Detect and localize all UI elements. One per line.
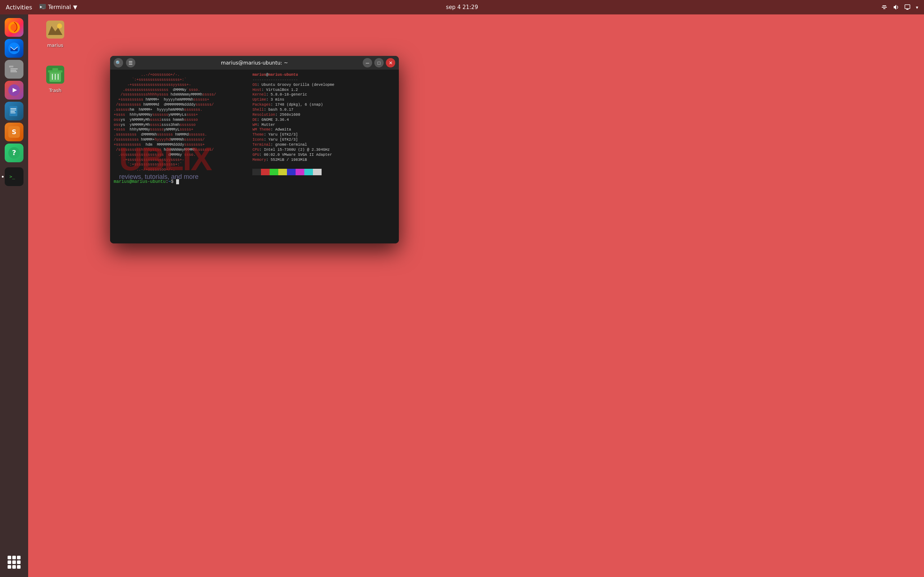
titlebar-right: ─ □ ✕ [363, 58, 395, 68]
svg-rect-11 [9, 66, 13, 68]
titlebar-left: 🔍 ☰ [114, 58, 135, 68]
svg-rect-13 [10, 70, 16, 71]
color-green [270, 169, 278, 175]
running-indicator [2, 176, 3, 178]
svg-text:>_: >_ [10, 174, 15, 179]
color-magenta [296, 169, 304, 175]
terminal-body[interactable]: ..-/+oossssoo+/-. `:+ssssssssssssssssss+… [110, 69, 399, 243]
svg-text:S: S [12, 128, 16, 135]
terminal-content: ..-/+oossssoo+/-. `:+ssssssssssssssssss+… [114, 73, 395, 240]
desktop-icon-marius[interactable]: marius [39, 18, 71, 48]
svg-rect-18 [10, 108, 16, 109]
terminal-maximize-button[interactable]: □ [374, 58, 384, 68]
terminal-label: Terminal [48, 4, 71, 10]
terminal-indicator[interactable]: ▶_ Terminal ▼ [39, 4, 77, 10]
svg-rect-19 [10, 110, 16, 110]
svg-point-9 [8, 43, 20, 54]
svg-rect-32 [48, 70, 63, 73]
dock-item-writer[interactable] [5, 102, 23, 121]
svg-rect-21 [10, 113, 16, 113]
svg-rect-12 [10, 69, 18, 69]
system-menu-chevron[interactable]: ▾ [916, 5, 918, 10]
svg-point-29 [57, 23, 62, 29]
volume-icon[interactable] [893, 4, 899, 10]
svg-text:?: ? [12, 148, 16, 157]
svg-rect-2 [882, 7, 887, 8]
activities-button[interactable]: Activities [6, 4, 32, 11]
color-blue [287, 169, 296, 175]
terminal-prompt-line: marius@marius-ubuntu:~$ [114, 179, 395, 185]
terminal-titlebar: 🔍 ☰ marius@marius-ubuntu: ~ ─ □ ✕ [110, 56, 399, 69]
terminal-title: marius@marius-ubuntu: ~ [221, 60, 288, 66]
color-red [261, 169, 270, 175]
dock-item-thunderbird[interactable] [5, 39, 23, 58]
color-yellow [278, 169, 287, 175]
svg-text:▶_: ▶_ [40, 5, 45, 9]
trash-icon [44, 63, 67, 86]
terminal-menu-button[interactable]: ☰ [126, 58, 135, 68]
help-icon: ? [5, 143, 23, 162]
color-black [252, 169, 261, 175]
dock-item-help[interactable]: ? [5, 143, 23, 162]
terminal-window: 🔍 ☰ marius@marius-ubuntu: ~ ─ □ ✕ ..-/+o… [110, 56, 399, 243]
files-icon [5, 60, 23, 79]
terminal-close-button[interactable]: ✕ [386, 58, 395, 68]
dock: S ? >_ [0, 15, 28, 577]
desktop-icon-trash[interactable]: Trash [39, 63, 71, 93]
svg-rect-4 [883, 8, 885, 9]
marius-icon [44, 18, 67, 41]
terminal-dropdown-icon: ▼ [73, 4, 77, 10]
writer-icon [5, 102, 23, 121]
prompt-user: marius@marius-ubuntu [114, 179, 166, 184]
svg-rect-3 [882, 5, 886, 6]
thunderbird-icon [5, 39, 23, 58]
terminal-dock-icon: >_ [5, 167, 23, 186]
network-icon[interactable] [881, 4, 888, 10]
neofetch-art: ..-/+oossssoo+/-. `:+ssssssssssssssssss+… [114, 73, 249, 175]
color-cyan [304, 169, 313, 175]
svg-rect-5 [905, 5, 910, 9]
trash-label: Trash [49, 88, 61, 93]
svg-rect-28 [46, 21, 64, 39]
topbar-system-tray: ▾ [881, 4, 918, 10]
dock-item-firefox[interactable] [5, 18, 23, 37]
dock-item-snap[interactable]: S [5, 122, 23, 141]
dock-show-apps[interactable] [5, 553, 23, 572]
color-palette [252, 169, 395, 175]
terminal-icon: ▶_ [39, 4, 46, 10]
terminal-minimize-button[interactable]: ─ [363, 58, 372, 68]
terminal-search-button[interactable]: 🔍 [114, 58, 123, 68]
display-icon[interactable] [904, 4, 911, 10]
topbar: Activities ▶_ Terminal ▼ sep 4 21:29 ▾ [0, 0, 924, 15]
topbar-datetime: sep 4 21:29 [446, 4, 478, 10]
svg-rect-14 [10, 71, 17, 72]
dock-item-files[interactable] [5, 60, 23, 79]
cursor [176, 179, 179, 184]
color-white [313, 169, 321, 175]
sysinfo-user: marius [252, 73, 266, 77]
dock-item-rhythmbox[interactable] [5, 81, 23, 100]
rhythmbox-icon [5, 81, 23, 100]
svg-rect-6 [906, 9, 908, 10]
topbar-left: Activities ▶_ Terminal ▼ [6, 4, 77, 11]
firefox-icon [5, 18, 23, 37]
dock-item-terminal[interactable]: >_ [5, 167, 23, 186]
show-apps-icon [5, 553, 23, 572]
marius-label: marius [47, 43, 63, 48]
svg-rect-33 [52, 68, 58, 70]
svg-rect-20 [10, 111, 15, 112]
neofetch-sysinfo: marius@marius-ubuntu -------------------… [249, 73, 395, 175]
snap-icon: S [5, 122, 23, 141]
